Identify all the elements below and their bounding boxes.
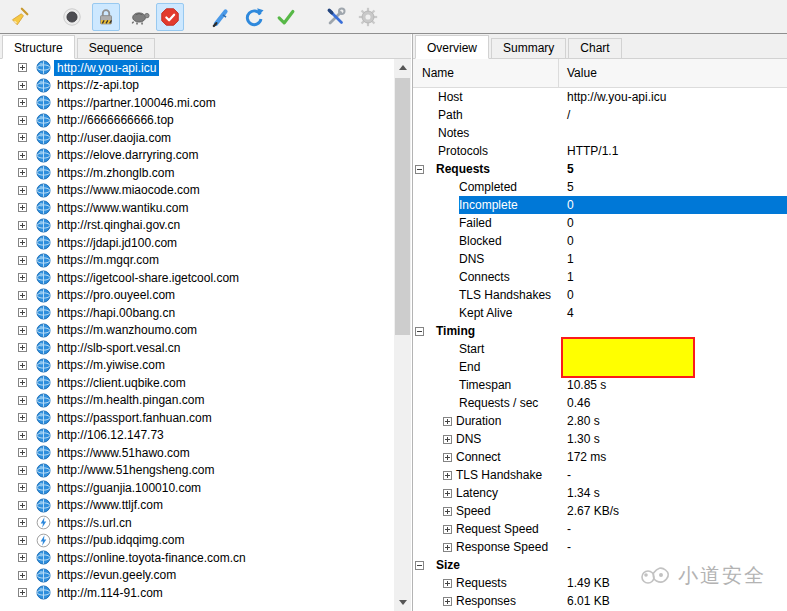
tree-row[interactable]: https://m.yiwise.com — [0, 357, 394, 375]
tree-row[interactable]: https://pub.idqqimg.com — [0, 532, 394, 550]
tree-row[interactable]: https://s.url.cn — [0, 514, 394, 532]
expand-plus-icon[interactable] — [18, 168, 27, 177]
tree-row[interactable]: https://jdapi.jd100.com — [0, 234, 394, 252]
tree-row[interactable]: https://m.mgqr.com — [0, 252, 394, 270]
expand-plus-icon[interactable] — [18, 553, 27, 562]
expand-plus-icon[interactable] — [443, 597, 452, 606]
overview-row[interactable]: Size — [413, 556, 787, 574]
tree-row[interactable]: http://m.114-91.com — [0, 584, 394, 602]
tree-row[interactable]: https://elove.darryring.com — [0, 147, 394, 165]
expand-plus-icon[interactable] — [443, 525, 452, 534]
tree-row[interactable]: http://w.you-api.icu — [0, 59, 394, 77]
expand-plus-icon[interactable] — [18, 221, 27, 230]
tree-row[interactable]: http://www.51hengsheng.com — [0, 462, 394, 480]
record-toggle-icon[interactable] — [58, 3, 86, 31]
overview-row[interactable]: DNS1 — [413, 250, 787, 268]
collapse-minus-icon[interactable] — [415, 561, 424, 570]
overview-row[interactable]: Speed2.67 KB/s — [413, 502, 787, 520]
overview-row[interactable]: Requests5 — [413, 160, 787, 178]
expand-plus-icon[interactable] — [18, 448, 27, 457]
tab-structure[interactable]: Structure — [2, 35, 75, 59]
overview-row[interactable]: Requests1.49 KB — [413, 574, 787, 592]
expand-plus-icon[interactable] — [18, 238, 27, 247]
expand-plus-icon[interactable] — [18, 203, 27, 212]
repeat-arrow-icon[interactable] — [240, 3, 268, 31]
tree-row[interactable]: https://pro.ouyeel.com — [0, 287, 394, 305]
expand-plus-icon[interactable] — [18, 273, 27, 282]
expand-plus-icon[interactable] — [443, 417, 452, 426]
expand-plus-icon[interactable] — [18, 361, 27, 370]
validate-check-icon[interactable] — [272, 3, 300, 31]
throttle-turtle-icon[interactable] — [126, 3, 154, 31]
tree-row[interactable]: https://evun.geely.com — [0, 567, 394, 585]
expand-plus-icon[interactable] — [443, 489, 452, 498]
expand-plus-icon[interactable] — [18, 483, 27, 492]
tab-summary[interactable]: Summary — [491, 38, 566, 58]
expand-plus-icon[interactable] — [443, 543, 452, 552]
breakpoints-stop-icon[interactable] — [156, 3, 184, 31]
expand-plus-icon[interactable] — [18, 501, 27, 510]
expand-plus-icon[interactable] — [18, 536, 27, 545]
tree-row[interactable]: https://passport.fanhuan.com — [0, 409, 394, 427]
overview-row[interactable]: Kept Alive4 — [413, 304, 787, 322]
expand-plus-icon[interactable] — [18, 81, 27, 90]
tree-row[interactable]: https://m.health.pingan.com — [0, 392, 394, 410]
overview-row[interactable]: Incomplete0 — [413, 196, 787, 214]
overview-row[interactable]: ProtocolsHTTP/1.1 — [413, 142, 787, 160]
expand-plus-icon[interactable] — [443, 507, 452, 516]
expand-plus-icon[interactable] — [18, 63, 27, 72]
tree-row[interactable]: https://m.wanzhoumo.com — [0, 322, 394, 340]
expand-plus-icon[interactable] — [18, 308, 27, 317]
scrollbar-thumb[interactable] — [395, 78, 410, 335]
tree-row[interactable]: https://www.ttljf.com — [0, 497, 394, 515]
tree-row[interactable]: https://www.wantiku.com — [0, 199, 394, 217]
collapse-minus-icon[interactable] — [415, 327, 424, 336]
tree-row[interactable]: https://igetcool-share.igetcool.com — [0, 269, 394, 287]
tree-row[interactable]: https://z-api.top — [0, 77, 394, 95]
tree-row[interactable]: http://106.12.147.73 — [0, 427, 394, 445]
expand-plus-icon[interactable] — [443, 471, 452, 480]
expand-plus-icon[interactable] — [443, 579, 452, 588]
expand-plus-icon[interactable] — [18, 186, 27, 195]
expand-plus-icon[interactable] — [18, 98, 27, 107]
tab-sequence[interactable]: Sequence — [77, 38, 155, 58]
scroll-up-icon[interactable] — [394, 59, 411, 76]
overview-row[interactable]: Completed5 — [413, 178, 787, 196]
overview-row[interactable]: Notes — [413, 124, 787, 142]
overview-row[interactable]: Latency1.34 s — [413, 484, 787, 502]
tree-row[interactable]: https://www.51hawo.com — [0, 444, 394, 462]
overview-row[interactable]: Connect172 ms — [413, 448, 787, 466]
tree-row[interactable]: https://www.miaocode.com — [0, 182, 394, 200]
expand-plus-icon[interactable] — [18, 588, 27, 597]
tree-row[interactable]: https://m.zhonglb.com — [0, 164, 394, 182]
tree-row[interactable]: http://user.daojia.com — [0, 129, 394, 147]
expand-plus-icon[interactable] — [18, 291, 27, 300]
expand-plus-icon[interactable] — [18, 396, 27, 405]
tree-row[interactable]: https://hapi.00bang.cn — [0, 304, 394, 322]
tab-chart[interactable]: Chart — [568, 38, 621, 58]
overview-row[interactable]: Hosthttp://w.you-api.icu — [413, 88, 787, 106]
overview-row[interactable]: Response Speed- — [413, 538, 787, 556]
expand-plus-icon[interactable] — [18, 466, 27, 475]
overview-row[interactable]: Failed0 — [413, 214, 787, 232]
overview-row[interactable]: Blocked0 — [413, 232, 787, 250]
tree-scrollbar[interactable] — [394, 59, 411, 611]
compose-pen-icon[interactable] — [206, 3, 234, 31]
expand-plus-icon[interactable] — [18, 116, 27, 125]
overview-row[interactable]: Connects1 — [413, 268, 787, 286]
overview-row[interactable]: TLS Handshake- — [413, 466, 787, 484]
overview-row[interactable]: TLS Handshakes0 — [413, 286, 787, 304]
tools-wrench-icon[interactable] — [322, 3, 350, 31]
expand-plus-icon[interactable] — [443, 435, 452, 444]
settings-gear-icon[interactable] — [354, 3, 382, 31]
expand-plus-icon[interactable] — [18, 431, 27, 440]
overview-row[interactable]: Request Speed- — [413, 520, 787, 538]
overview-row[interactable]: Path/ — [413, 106, 787, 124]
tree-row[interactable]: https://online.toyota-finance.com.cn — [0, 549, 394, 567]
expand-plus-icon[interactable] — [18, 326, 27, 335]
ssl-proxy-lock-icon[interactable] — [92, 3, 120, 31]
overview-row[interactable]: DNS1.30 s — [413, 430, 787, 448]
tree-row[interactable]: https://client.uqbike.com — [0, 374, 394, 392]
expand-plus-icon[interactable] — [18, 571, 27, 580]
expand-plus-icon[interactable] — [18, 378, 27, 387]
